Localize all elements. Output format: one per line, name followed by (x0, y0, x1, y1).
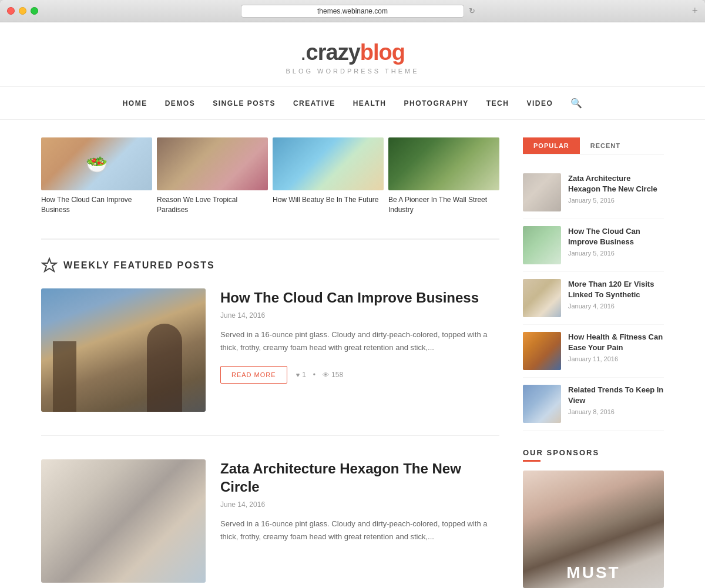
url-text: themes.webinane.com (317, 7, 388, 15)
thumb-post-2[interactable]: Reason We Love Tropical Paradises (157, 137, 268, 215)
add-tab-button[interactable]: + (692, 5, 698, 17)
nav-item-demos[interactable]: DEMOS (165, 99, 196, 107)
logo-tagline: Blog Wordpress Theme (0, 68, 705, 75)
nav-item-health[interactable]: HEALTH (353, 99, 387, 107)
post-image-wrap-2 (41, 459, 206, 583)
sidebar-post-4[interactable]: How Health & Fitness Can Ease Your Pain … (523, 325, 664, 378)
featured-section-header: WEEKLY FEATURED POSTS (41, 238, 499, 274)
logo-crazy: crazy (306, 40, 360, 65)
post-content-2: Zata Architecture Hexagon The New Circle… (220, 459, 499, 583)
post-excerpt-1: Served in a 16-ounce pint glass. Cloudy … (220, 328, 499, 354)
post-title-1[interactable]: How The Cloud Can Improve Business (220, 288, 499, 307)
sponsors-section: OUR SPONSORS MUST (523, 448, 664, 588)
sidebar-post-image-1 (523, 173, 561, 211)
thumb-post-3[interactable]: How Will Beatuy Be In The Future (273, 137, 384, 215)
person-decoration (147, 324, 182, 412)
nav-item-single-posts[interactable]: SINGLE POSTS (213, 99, 276, 107)
svg-marker-0 (42, 258, 56, 271)
maximize-button[interactable] (31, 7, 38, 15)
sidebar-post-date-4: January 11, 2016 (568, 355, 664, 362)
sidebar: POPULAR RECENT Zata Architecture Hexagon… (523, 137, 664, 588)
traffic-lights (7, 7, 38, 15)
sidebar-post-1[interactable]: Zata Architecture Hexagon The New Circle… (523, 166, 664, 219)
main-layout: How The Cloud Can Improve Business Reaso… (29, 120, 676, 588)
thumb-title-1: How The Cloud Can Improve Business (41, 195, 152, 215)
main-content: How The Cloud Can Improve Business Reaso… (41, 137, 523, 588)
browser-window: themes.webinane.com ↻ + .crazyblog Blog … (0, 0, 705, 588)
sidebar-post-title-4: How Health & Fitness Can Ease Your Pain (568, 332, 664, 353)
post-content-1: How The Cloud Can Improve Business June … (220, 288, 499, 412)
thumb-post-1[interactable]: How The Cloud Can Improve Business (41, 137, 152, 215)
main-nav: HOME DEMOS SINGLE POSTS CREATIVE HEALTH … (0, 87, 705, 120)
sponsor-must-text: MUST (566, 563, 620, 582)
logo-dot: . (300, 40, 306, 65)
likes-meta-1: ♥ 1 (296, 371, 306, 379)
featured-icon (41, 257, 58, 274)
nav-item-video[interactable]: VIDEO (526, 99, 553, 107)
sidebar-post-content-4: How Health & Fitness Can Ease Your Pain … (568, 332, 664, 370)
sidebar-post-5[interactable]: Related Trends To Keep In View January 8… (523, 378, 664, 431)
read-more-button-1[interactable]: READ MORE (220, 366, 287, 384)
search-icon[interactable]: 🔍 (570, 98, 582, 109)
featured-post-1: How The Cloud Can Improve Business June … (41, 288, 499, 436)
post-title-2[interactable]: Zata Architecture Hexagon The New Circle (220, 459, 499, 496)
sidebar-post-2[interactable]: How The Cloud Can Improve Business Janua… (523, 219, 664, 272)
sidebar-post-date-5: January 8, 2016 (568, 408, 664, 415)
sidebar-posts-list: Zata Architecture Hexagon The New Circle… (523, 166, 664, 431)
sidebar-tabs: POPULAR RECENT (523, 137, 664, 154)
sidebar-post-title-3: More Than 120 Er Visits Linked To Synthe… (568, 279, 664, 300)
logo-blog: blog (360, 40, 405, 65)
post-meta-1: ♥ 1 • 👁 158 (296, 371, 343, 379)
post-excerpt-2: Served in a 16-ounce pint glass. Cloudy … (220, 518, 499, 543)
sidebar-post-image-3 (523, 279, 561, 317)
nav-item-photography[interactable]: PHOTOGRAPHY (404, 99, 468, 107)
site-logo[interactable]: .crazyblog (0, 40, 705, 65)
recent-tab[interactable]: RECENT (580, 137, 631, 154)
sidebar-post-date-3: January 4, 2016 (568, 303, 664, 310)
thumb-title-2: Reason We Love Tropical Paradises (157, 195, 268, 215)
minimize-button[interactable] (19, 7, 26, 15)
sidebar-post-date-1: January 5, 2016 (568, 197, 664, 204)
browser-titlebar: themes.webinane.com ↻ + (0, 0, 705, 22)
thumb-image-1 (41, 137, 152, 190)
sponsor-image[interactable]: MUST (523, 471, 664, 588)
post-date-2: June 14, 2016 (220, 500, 499, 509)
sponsors-title: OUR SPONSORS (523, 448, 664, 457)
featured-section-title: WEEKLY FEATURED POSTS (63, 260, 215, 271)
post-image-2[interactable] (41, 459, 206, 583)
nav-item-home[interactable]: HOME (123, 99, 147, 107)
sidebar-post-title-5: Related Trends To Keep In View (568, 385, 664, 406)
thumb-post-4[interactable]: Be A Pioneer In The Wall Street Industry (388, 137, 499, 215)
thumb-image-2 (157, 137, 268, 190)
thumb-title-3: How Will Beatuy Be In The Future (273, 195, 384, 205)
thumb-image-3 (273, 137, 384, 190)
page-content: .crazyblog Blog Wordpress Theme HOME DEM… (0, 22, 705, 588)
sidebar-post-image-5 (523, 385, 561, 423)
sidebar-post-content-5: Related Trends To Keep In View January 8… (568, 385, 664, 423)
site-header: .crazyblog Blog Wordpress Theme (0, 22, 705, 87)
refresh-icon[interactable]: ↻ (469, 6, 475, 15)
thumbnail-row: How The Cloud Can Improve Business Reaso… (41, 137, 499, 215)
thumb-title-4: Be A Pioneer In The Wall Street Industry (388, 195, 499, 215)
post-footer-1: READ MORE ♥ 1 • 👁 158 (220, 366, 499, 384)
views-meta-1: 👁 158 (323, 371, 343, 379)
nav-item-creative[interactable]: CREATIVE (293, 99, 335, 107)
sponsors-underline (523, 460, 540, 462)
sidebar-post-date-2: January 5, 2016 (568, 250, 664, 257)
popular-tab[interactable]: POPULAR (523, 137, 580, 154)
sidebar-post-3[interactable]: More Than 120 Er Visits Linked To Synthe… (523, 272, 664, 325)
sidebar-post-content-3: More Than 120 Er Visits Linked To Synthe… (568, 279, 664, 317)
post-date-1: June 14, 2016 (220, 311, 499, 320)
thumb-image-4 (388, 137, 499, 190)
post-image-1[interactable] (41, 288, 206, 412)
views-count-1: 158 (331, 371, 343, 379)
address-bar[interactable]: themes.webinane.com ↻ (241, 5, 464, 18)
sidebar-post-image-2 (523, 226, 561, 264)
sidebar-post-content-1: Zata Architecture Hexagon The New Circle… (568, 173, 664, 211)
big-ben-decoration (53, 341, 76, 412)
close-button[interactable] (7, 7, 15, 15)
likes-count-1: 1 (302, 371, 306, 379)
post-image-wrap-1 (41, 288, 206, 412)
nav-item-tech[interactable]: TECH (486, 99, 509, 107)
eye-icon: 👁 (323, 371, 329, 378)
